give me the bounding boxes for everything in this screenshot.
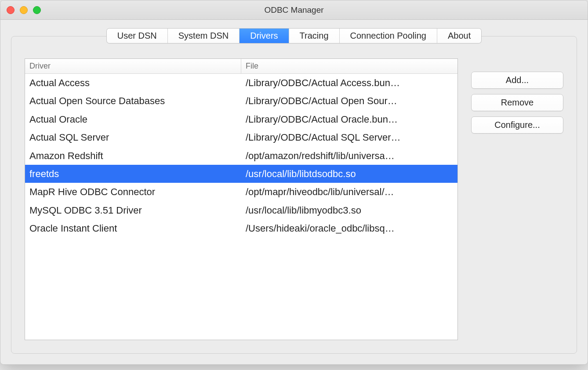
cell-file: /opt/amazon/redshift/lib/universa… [241, 147, 457, 165]
cell-driver: MapR Hive ODBC Connector [25, 183, 241, 201]
tab-tracing[interactable]: Tracing [289, 29, 340, 43]
cell-driver: freetds [25, 165, 241, 183]
cell-file: /usr/local/lib/libtdsodbc.so [241, 165, 457, 183]
cell-driver: Amazon Redshift [25, 147, 241, 165]
action-buttons: Add... Remove Configure... [471, 58, 563, 340]
tab-bar: User DSNSystem DSNDriversTracingConnecti… [11, 29, 577, 43]
maximize-window-button[interactable] [33, 6, 41, 14]
cell-driver: MySQL ODBC 3.51 Driver [25, 201, 241, 219]
close-window-button[interactable] [7, 6, 15, 14]
cell-driver: Actual Oracle [25, 110, 241, 128]
cell-driver: Oracle Instant Client [25, 219, 241, 237]
cell-file: /Library/ODBC/Actual Access.bun… [241, 74, 457, 92]
tab-about[interactable]: About [437, 29, 481, 43]
add-button[interactable]: Add... [471, 72, 563, 89]
minimize-window-button[interactable] [20, 6, 28, 14]
tab-drivers[interactable]: Drivers [240, 29, 289, 43]
table-row[interactable]: Actual Open Source Databases/Library/ODB… [25, 92, 457, 110]
column-header-file[interactable]: File [241, 59, 457, 73]
table-row[interactable]: freetds/usr/local/lib/libtdsodbc.so [25, 165, 457, 183]
traffic-lights [7, 6, 41, 14]
cell-file: /Users/hideaki/oracle_odbc/libsq… [241, 219, 457, 237]
table-body[interactable]: Actual Access/Library/ODBC/Actual Access… [25, 74, 457, 340]
configure-button[interactable]: Configure... [471, 116, 563, 134]
table-row[interactable]: MySQL ODBC 3.51 Driver/usr/local/lib/lib… [25, 201, 457, 219]
drivers-panel: Driver File Actual Access/Library/ODBC/A… [11, 36, 577, 354]
titlebar: ODBC Manager [0, 0, 588, 20]
cell-file: /Library/ODBC/Actual Oracle.bun… [241, 110, 457, 128]
table-row[interactable]: Actual Access/Library/ODBC/Actual Access… [25, 74, 457, 92]
table-row[interactable]: Oracle Instant Client/Users/hideaki/orac… [25, 219, 457, 237]
tab-system-dsn[interactable]: System DSN [168, 29, 240, 43]
window-content: User DSNSystem DSNDriversTracingConnecti… [0, 20, 588, 364]
table-row[interactable]: MapR Hive ODBC Connector/opt/mapr/hiveod… [25, 183, 457, 201]
cell-file: /opt/mapr/hiveodbc/lib/universal/… [241, 183, 457, 201]
window-title: ODBC Manager [7, 5, 581, 15]
cell-file: /usr/local/lib/libmyodbc3.so [241, 201, 457, 219]
cell-driver: Actual SQL Server [25, 128, 241, 146]
table-row[interactable]: Actual Oracle/Library/ODBC/Actual Oracle… [25, 110, 457, 128]
cell-file: /Library/ODBC/Actual Open Sour… [241, 92, 457, 110]
tabs: User DSNSystem DSNDriversTracingConnecti… [107, 29, 482, 43]
tab-user-dsn[interactable]: User DSN [107, 29, 168, 43]
cell-file: /Library/ODBC/Actual SQL Server… [241, 128, 457, 146]
table-row[interactable]: Actual SQL Server/Library/ODBC/Actual SQ… [25, 128, 457, 146]
remove-button[interactable]: Remove [471, 94, 563, 111]
cell-driver: Actual Open Source Databases [25, 92, 241, 110]
cell-driver: Actual Access [25, 74, 241, 92]
tab-connection-pooling[interactable]: Connection Pooling [340, 29, 437, 43]
table-header: Driver File [25, 59, 457, 74]
app-window: ODBC Manager User DSNSystem DSNDriversTr… [0, 0, 588, 365]
table-row[interactable]: Amazon Redshift/opt/amazon/redshift/lib/… [25, 147, 457, 165]
tab-container: User DSNSystem DSNDriversTracingConnecti… [11, 29, 577, 354]
drivers-table: Driver File Actual Access/Library/ODBC/A… [25, 58, 458, 340]
column-header-driver[interactable]: Driver [25, 59, 241, 73]
